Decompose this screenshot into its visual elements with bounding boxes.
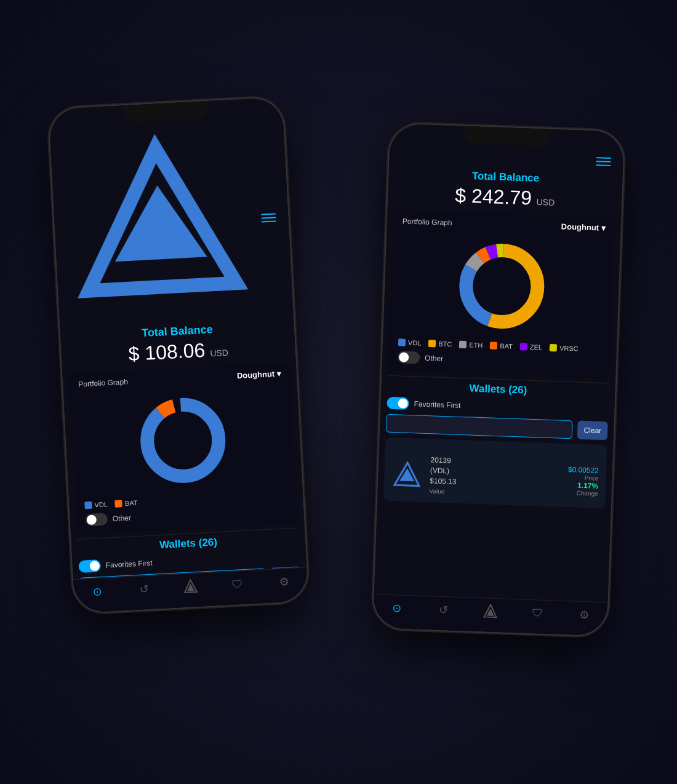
doughnut-chart-right bbox=[451, 235, 553, 337]
phone-left: Total Balance $ 108.06 USD Portfolio Gra… bbox=[49, 97, 308, 614]
wallet-price-right: $0.00522 Price 1.17% Change bbox=[567, 465, 599, 497]
vdl-icon-right bbox=[482, 603, 499, 620]
nav-settings-right[interactable]: ⚙ bbox=[575, 607, 592, 623]
legend-dot-bat-right bbox=[490, 342, 497, 349]
logo-left bbox=[62, 126, 256, 322]
nav-dashboard-left[interactable]: ⊙ bbox=[89, 583, 105, 600]
legend-dot-eth-right bbox=[459, 341, 467, 348]
balance-value-left: $ 108.06 bbox=[128, 339, 206, 366]
search-input-right[interactable] bbox=[391, 419, 567, 434]
settings-icon-right: ⚙ bbox=[575, 607, 592, 623]
doughnut-selector-right[interactable]: Doughnut ▾ bbox=[561, 222, 606, 233]
wallet-info-right: 20139 (VDL) $105.13 Value bbox=[429, 455, 561, 501]
balance-value-right: $ 242.79 bbox=[455, 184, 532, 209]
clear-button-right[interactable]: Clear bbox=[577, 421, 608, 441]
doughnut-selector-left[interactable]: Doughnut ▾ bbox=[237, 369, 282, 380]
portfolio-label-left: Portfolio Graph bbox=[78, 377, 128, 388]
legend-item-zel-right: ZEL bbox=[520, 343, 543, 351]
legend-label-vdl-right: VDL bbox=[408, 339, 422, 347]
balance-amount-right: $ 242.79 USD bbox=[400, 182, 610, 212]
favorites-row-right: Favorites First bbox=[387, 397, 608, 417]
vdl-icon-left bbox=[182, 578, 199, 595]
menu-icon-right[interactable] bbox=[596, 157, 611, 166]
phone-left-screen: Total Balance $ 108.06 USD Portfolio Gra… bbox=[49, 97, 308, 614]
nav-settings-left[interactable]: ⚙ bbox=[276, 574, 292, 590]
favorites-toggle-right[interactable] bbox=[387, 397, 409, 410]
nav-shield-left[interactable]: 🛡 bbox=[229, 576, 246, 593]
doughnut-label-left: Doughnut ▾ bbox=[237, 369, 282, 380]
favorites-label-left: Favorites First bbox=[105, 559, 153, 570]
wallet-card-right: 20139 (VDL) $105.13 Value $0.00522 Price… bbox=[383, 438, 607, 509]
notch-right bbox=[463, 126, 550, 146]
phones-container: Total Balance $ 108.06 USD Portfolio Gra… bbox=[62, 54, 615, 730]
legend-dot-vrsc-right bbox=[550, 344, 557, 351]
balance-section-right: Total Balance $ 242.79 USD bbox=[388, 161, 623, 218]
portfolio-header-right: Portfolio Graph Doughnut ▾ bbox=[403, 216, 606, 233]
legend-dot-vdl-right bbox=[398, 338, 406, 346]
nav-history-right[interactable]: ↺ bbox=[435, 602, 452, 618]
favorites-toggle-left[interactable] bbox=[78, 559, 101, 573]
phone-right-screen: Total Balance $ 242.79 USD Portfolio Gra… bbox=[373, 124, 624, 636]
balance-currency-right: USD bbox=[536, 197, 555, 207]
phone-right: Total Balance $ 242.79 USD Portfolio Gra… bbox=[373, 124, 624, 636]
favorites-label-right: Favorites First bbox=[414, 399, 460, 410]
other-label-right: Other bbox=[425, 354, 443, 363]
portfolio-section-right: Portfolio Graph Doughnut ▾ bbox=[388, 210, 615, 379]
wallet-inner-right: 20139 (VDL) $105.13 Value $0.00522 Price… bbox=[391, 444, 599, 502]
legend-label-bat-right: BAT bbox=[500, 342, 513, 350]
legend-dot-bat-left bbox=[115, 500, 123, 508]
legend-dot-zel-right bbox=[520, 343, 527, 350]
balance-currency-left: USD bbox=[210, 348, 228, 359]
legend-item-bat-left: BAT bbox=[115, 499, 138, 508]
chart-right bbox=[398, 230, 605, 342]
other-label-left: Other bbox=[112, 513, 131, 523]
svg-point-2 bbox=[145, 403, 220, 478]
legend-item-vrsc-right: VRSC bbox=[550, 344, 579, 353]
dashboard-icon-left: ⊙ bbox=[89, 583, 105, 600]
nav-history-left[interactable]: ↺ bbox=[135, 581, 152, 598]
doughnut-label-right: Doughnut ▾ bbox=[561, 222, 606, 233]
header-left bbox=[50, 119, 294, 325]
shield-icon-left: 🛡 bbox=[229, 576, 246, 593]
portfolio-section-left: Portfolio Graph Doughnut ▾ bbox=[68, 362, 298, 535]
legend-label-eth-right: ETH bbox=[469, 341, 483, 349]
settings-icon-left: ⚙ bbox=[276, 574, 292, 590]
legend-item-btc-right: BTC bbox=[428, 340, 452, 348]
history-icon-right: ↺ bbox=[435, 602, 452, 618]
legend-item-eth-right: ETH bbox=[459, 341, 483, 349]
portfolio-label-right: Portfolio Graph bbox=[403, 217, 452, 227]
svg-marker-15 bbox=[399, 468, 415, 481]
chart-left bbox=[79, 383, 287, 498]
toggle-other-right[interactable] bbox=[398, 351, 420, 364]
wallets-title-right: Wallets (26) bbox=[387, 380, 609, 400]
doughnut-chart-left bbox=[131, 389, 234, 492]
legend-label-btc-right: BTC bbox=[438, 340, 452, 348]
wallet-change-lbl-right: Change bbox=[567, 489, 598, 497]
search-row-right: Clear bbox=[386, 414, 608, 441]
dashboard-icon-right: ⊙ bbox=[388, 600, 405, 617]
legend-label-bat-left: BAT bbox=[125, 499, 138, 507]
legend-label-vrsc-right: VRSC bbox=[559, 344, 579, 352]
legend-dot-btc-right bbox=[428, 340, 436, 347]
legend-item-vdl-left: VDL bbox=[84, 500, 108, 509]
legend-dot-vdl-left bbox=[84, 502, 92, 510]
menu-icon-left[interactable] bbox=[261, 213, 276, 222]
legend-label-zel-right: ZEL bbox=[530, 343, 543, 351]
wallet-amount-right: 20139 (VDL) $105.13 Value bbox=[429, 455, 561, 501]
nav-vdl-left[interactable] bbox=[182, 578, 199, 595]
nav-shield-right[interactable]: 🛡 bbox=[529, 605, 545, 622]
legend-label-vdl-left: VDL bbox=[94, 500, 108, 508]
search-wrap-right bbox=[386, 414, 573, 439]
history-icon-left: ↺ bbox=[135, 581, 152, 598]
nav-vdl-right[interactable] bbox=[482, 603, 499, 620]
nav-dashboard-right[interactable]: ⊙ bbox=[388, 600, 405, 617]
wallet-price-val-right: $0.00522 bbox=[568, 465, 599, 475]
legend-item-bat-right: BAT bbox=[490, 342, 513, 350]
wallet-logo-right bbox=[391, 459, 423, 491]
toggle-other-left[interactable] bbox=[85, 513, 108, 526]
legend-item-vdl-right: VDL bbox=[398, 338, 422, 346]
wallets-section-right: Wallets (26) Favorites First Clear bbox=[374, 379, 615, 602]
shield-icon-right: 🛡 bbox=[529, 605, 545, 622]
